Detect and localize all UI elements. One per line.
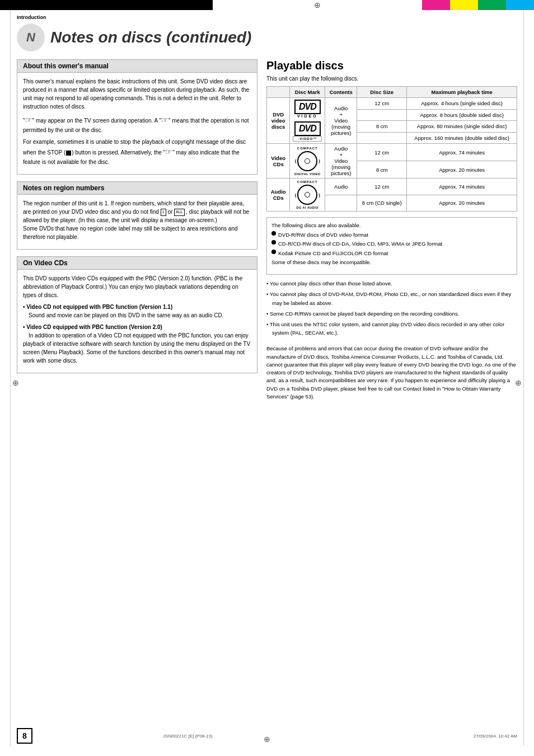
vcd-bullet1: • Video CD not equipped with PBC functio… [23, 303, 251, 320]
footer-date: 27/09/2004, 10:42 AM [474, 734, 517, 739]
acd-disc-mark: COMPACT ( ) DG AI AUDIO [290, 179, 325, 212]
following-item-2-text: CD-R/CD-RW discs of CD-DA, Video CD, MP3… [278, 240, 442, 248]
vcd-bullet2: • Video CD equipped with PBC function (V… [23, 323, 251, 365]
left-reg-mark: ⊕ [12, 378, 19, 387]
col-header-disc-mark: Disc Mark [290, 87, 325, 98]
page-title: N Notes on discs (continued) [17, 24, 517, 51]
vcd-label: VideoCDs [267, 144, 290, 179]
vcd-bullet1-body: Sound and movie can be played on this DV… [23, 312, 224, 318]
playable-subtitle: This unit can play the following discs. [266, 76, 517, 82]
on-video-cds-content: This DVD supports Video CDs equipped wit… [17, 270, 257, 373]
table-row: VideoCDs COMPACT ( ) [267, 144, 517, 161]
cannot-play-3-text: Some CD-R/RWs cannot be played back depe… [270, 311, 459, 317]
acd-time-20m: Approx. 20 minutes [407, 195, 517, 212]
disc-inner-vcd [305, 158, 310, 164]
table-row: DVDvideodiscs DVD VIDEO DVD -VIDEO™ Au [267, 98, 517, 110]
page-number: 8 [17, 728, 32, 744]
video-text-bottom: -VIDEO™ [293, 136, 322, 142]
header-color-bar [422, 0, 534, 10]
dvd-disc-mark: DVD VIDEO DVD -VIDEO™ [290, 98, 325, 144]
following-title: The following discs are also available. [271, 221, 512, 229]
cannot-play-2: • You cannot play discs of DVD-RAM, DVD-… [266, 290, 517, 307]
color-bar-green2 [492, 0, 506, 10]
hand-icon-2: ☞ [161, 115, 168, 124]
left-column: About this owner's manual This owner's m… [17, 59, 257, 404]
dvd-time-8h: Approx. 8 hours (double sided disc) [407, 109, 517, 121]
header-reg-mark: ⊕ [314, 1, 321, 10]
cannot-play-2-text: You cannot play discs of DVD-RAM, DVD-RO… [270, 291, 512, 306]
about-para3: For example, sometimes it is unable to s… [23, 138, 251, 166]
cannot-play-1: • You cannot play discs other than those… [266, 279, 517, 288]
left-border [10, 10, 11, 746]
dvd-logo-top: DVD VIDEO [293, 100, 322, 118]
dvd-time-160m: Approx. 160 minutes (double sided disc) [407, 132, 517, 144]
hand-icon-1: ☞ [25, 115, 32, 124]
following-item-1: DVD-R/RW discs of DVD video format [271, 231, 512, 239]
content-area: Introduction N Notes on discs (continued… [0, 10, 534, 415]
footer-left-code: JSN00221C [E] (P08-13) [163, 734, 213, 739]
color-bar-blue2 [520, 0, 534, 10]
following-item-3: Kodak Picture CD and FUJICOLOR CD format [271, 250, 512, 257]
col-header-disc-size: Disc Size [357, 87, 407, 98]
dvd-label: DVDvideodiscs [267, 98, 290, 144]
disc-inner-acd [305, 192, 310, 198]
dg-ai-audio-text: DG AI AUDIO [297, 206, 319, 209]
region-numbers-title: Notes on region numbers [17, 182, 257, 195]
on-video-cds-title: On Video CDs [17, 257, 257, 270]
acd-contents-2 [325, 195, 357, 212]
vcd-disc-row: ( ) [295, 150, 320, 172]
dvd-logo-bottom: DVD -VIDEO™ [293, 121, 322, 142]
dvd-size-12-2 [357, 109, 407, 121]
right-reg-mark: ⊕ [515, 378, 522, 387]
playable-discs-header: Playable discs This unit can play the fo… [266, 59, 517, 82]
dvd-big-logo: DVD [294, 100, 321, 114]
header-bar: ⊕ [0, 0, 534, 10]
disc-table: Disc Mark Contents Disc Size Maximum pla… [266, 86, 517, 212]
color-bar-pink1 [422, 0, 436, 10]
disc-circle-acd [297, 185, 317, 205]
vcd-size-12: 12 cm [357, 144, 407, 161]
color-bar-yellow2 [464, 0, 478, 10]
header-black-bar [0, 0, 213, 10]
vcd-bullet2-title: Video CD equipped with PBC function (Ver… [26, 324, 162, 330]
vcd-para1: This DVD supports Video CDs equipped wit… [23, 274, 251, 299]
vcd-disc-mark: COMPACT ( ) DIGITAL VIDEO [290, 144, 325, 179]
about-manual-content: This owner's manual explains the basic i… [17, 73, 257, 174]
region-para: The region number of this unit is 1. If … [23, 199, 251, 241]
vcd-bullet2-body: In addition to operation of a Video CD n… [23, 332, 250, 364]
vcd-disc-container: COMPACT ( ) DIGITAL VIDEO [293, 147, 322, 176]
playable-title: Playable discs [266, 59, 517, 72]
two-col-layout: About this owner's manual This owner's m… [17, 59, 517, 404]
about-para1: This owner's manual explains the basic i… [23, 77, 251, 111]
vcd-size-8: 8 cm [357, 161, 407, 179]
digital-video-text: DIGITAL VIDEO [294, 172, 321, 176]
following-item-1-text: DVD-R/RW discs of DVD video format [278, 231, 368, 239]
right-column: Playable discs This unit can play the fo… [266, 59, 517, 404]
cannot-play-3: • Some CD-R/RWs cannot be played back de… [266, 309, 517, 318]
quote2: " may appear on the TV screen during ope… [32, 118, 161, 124]
video-text-top: VIDEO [293, 114, 322, 118]
dvd-time-4h: Approx. 4 hours (single sided disc) [407, 98, 517, 110]
vcd-contents: Audio+Video(movingpictures) [325, 144, 357, 179]
acd-disc-container: COMPACT ( ) DG AI AUDIO [293, 180, 322, 209]
cannot-play-notes: • You cannot play discs other than those… [266, 279, 517, 337]
dvd-size-8-2 [357, 132, 407, 144]
vcd-time-20m: Approx. 20 minutes [407, 161, 517, 179]
following-list: DVD-R/RW discs of DVD video format CD-R/… [271, 231, 512, 266]
following-item-2: CD-R/CD-RW discs of CD-DA, Video CD, MP3… [271, 240, 512, 248]
bullet-icon-1 [271, 231, 276, 236]
color-bar-yellow1 [450, 0, 464, 10]
acd-disc-row: ( ) [295, 184, 320, 206]
region-numbers-content: The region number of this unit is 1. If … [17, 195, 257, 249]
region-icon-all: ALL [174, 209, 184, 216]
vcd-time-74m: Approx. 74 minutes [407, 144, 517, 161]
title-text: Notes on discs (continued) [50, 29, 251, 46]
disc-left-bracket: ( [295, 158, 297, 163]
stop-icon [66, 151, 71, 156]
on-video-cds-section: On Video CDs This DVD supports Video CDs… [17, 256, 257, 373]
col-header-contents: Contents [325, 87, 357, 98]
col-header-type [267, 87, 290, 98]
intro-label: Introduction [17, 15, 517, 20]
bottom-reg-mark: ⊕ [264, 735, 270, 744]
dvd-big-logo-2: DVD [294, 121, 321, 136]
